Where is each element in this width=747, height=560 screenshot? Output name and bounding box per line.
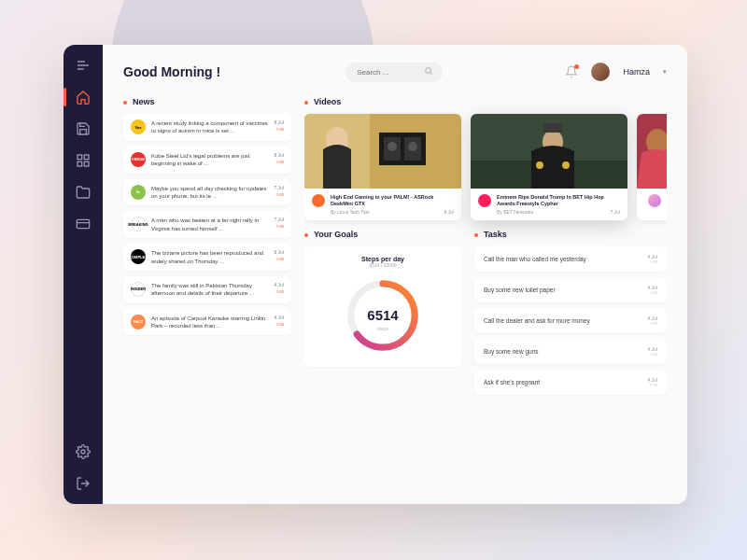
news-headline: The family was still in Pakistan Thursda…: [151, 282, 268, 298]
task-text: Ask if she's pregnant: [484, 379, 540, 385]
search-input[interactable]: [345, 62, 443, 82]
goals-title: Your Goals: [304, 230, 461, 239]
goal-ring: 6514 steps: [341, 273, 425, 357]
news-source-badge: BREAKING: [131, 217, 146, 231]
news-headline: A man who was beaten at a far-right rall…: [151, 217, 268, 232]
task-text: Call the man who called me yesterday: [484, 256, 586, 262]
video-title: Eminem Rips Donald Trump In BET Hip Hop …: [497, 194, 604, 207]
video-title: High End Gaming in your PALM! - ASRock D…: [331, 194, 438, 207]
svg-rect-18: [543, 123, 562, 133]
main-content: Good Morning ! Hamza ▾ News Vox A recent…: [103, 45, 687, 504]
news-source-badge: INSIDER: [131, 282, 146, 297]
news-item[interactable]: FACT An episode of Carpool Karaoke starr…: [123, 309, 291, 336]
video-author: By BET Networks: [497, 209, 604, 215]
goal-label: Steps per day: [314, 256, 452, 262]
grid-icon[interactable]: [76, 153, 91, 168]
task-date: 4 Jul9:30: [647, 315, 657, 326]
svg-point-6: [426, 68, 431, 74]
news-source-badge: VERGE: [131, 152, 146, 167]
task-list: Call the man who called me yesterday 4 J…: [474, 246, 667, 395]
save-icon[interactable]: [76, 121, 91, 136]
news-source-badge: Vox: [131, 119, 146, 134]
channel-avatar: [312, 194, 325, 207]
news-date: 7 Jul9:30: [274, 185, 284, 197]
chevron-down-icon[interactable]: ▾: [663, 68, 667, 76]
news-item[interactable]: COMPLEX The bizarre picture has been rep…: [123, 244, 291, 271]
svg-point-19: [536, 161, 543, 169]
news-source-badge: COMPLEX: [131, 249, 146, 264]
video-thumbnail: [471, 114, 627, 189]
videos-section: Videos High End Gaming in your PALM! - A…: [304, 97, 667, 220]
video-author: By Linus Tech Tips: [331, 209, 438, 215]
video-card[interactable]: High End Gaming in your PALM! - ASRock D…: [304, 114, 461, 220]
folder-icon[interactable]: [76, 185, 91, 200]
news-item[interactable]: lh Maybe you spend all day checking for …: [123, 179, 291, 206]
card-icon[interactable]: [76, 217, 91, 231]
task-item[interactable]: Buy some new toilet paper 4 Jul9:30: [474, 277, 667, 302]
news-headline: Maybe you spend all day checking for upd…: [151, 185, 268, 201]
settings-icon[interactable]: [76, 444, 91, 459]
task-item[interactable]: Ask if she's pregnant 4 Jul9:30: [474, 370, 667, 395]
task-text: Buy some new toilet paper: [484, 287, 556, 293]
user-name[interactable]: Hamza: [623, 67, 650, 77]
video-date: 8 Jul: [444, 209, 454, 215]
news-date: 6 Jul9:30: [274, 249, 284, 261]
channel-avatar: [478, 194, 491, 207]
sidebar: [63, 45, 103, 504]
task-date: 4 Jul9:30: [647, 346, 657, 357]
news-headline: The bizarre picture has been reproduced …: [151, 249, 268, 265]
task-text: Buy some new guns: [484, 348, 539, 355]
news-list: Vox A recent study linking a component o…: [123, 114, 291, 335]
task-date: 4 Jul9:30: [647, 254, 657, 264]
news-date: 8 Jul9:30: [274, 119, 284, 132]
news-date: 8 Jul9:30: [274, 152, 284, 164]
tasks-title: Tasks: [474, 230, 667, 239]
news-headline: A recent study linking a component of va…: [151, 119, 268, 135]
goal-value: 6514: [367, 307, 398, 323]
news-item[interactable]: Vox A recent study linking a component o…: [123, 114, 291, 141]
news-headline: Kobe Steel Ltd's legal problems are just…: [151, 152, 268, 168]
home-icon[interactable]: [76, 90, 91, 105]
right-column: Videos High End Gaming in your PALM! - A…: [304, 97, 667, 476]
video-thumbnail: [637, 114, 667, 189]
goals-section: Your Goals Steps per day 6514 / 10000: [304, 230, 461, 476]
videos-row: High End Gaming in your PALM! - ASRock D…: [304, 114, 667, 220]
news-date: 7 Jul9:30: [274, 217, 284, 229]
video-card[interactable]: Eminem Rips Donald Trump In BET Hip Hop …: [471, 114, 627, 220]
videos-title: Videos: [304, 97, 667, 106]
svg-rect-0: [78, 155, 82, 160]
user-avatar[interactable]: [591, 63, 610, 81]
svg-point-13: [388, 142, 397, 151]
goal-progress-text: 6514 / 10000: [314, 262, 452, 268]
video-date: 7 Jul: [610, 209, 620, 215]
logout-icon[interactable]: [76, 476, 91, 491]
news-source-badge: FACT: [131, 315, 146, 329]
task-item[interactable]: Buy some new guns 4 Jul9:30: [474, 339, 667, 364]
svg-rect-3: [84, 161, 89, 166]
news-item[interactable]: INSIDER The family was still in Pakistan…: [123, 276, 291, 303]
svg-point-14: [408, 142, 417, 151]
tasks-section: Tasks Call the man who called me yesterd…: [474, 230, 667, 476]
notifications-icon[interactable]: [565, 65, 578, 78]
news-date: 4 Jul9:30: [274, 282, 284, 294]
menu-icon[interactable]: [76, 58, 91, 73]
task-date: 4 Jul9:30: [647, 285, 657, 295]
greeting: Good Morning !: [123, 64, 220, 79]
news-column: News Vox A recent study linking a compon…: [123, 97, 291, 476]
news-source-badge: lh: [131, 185, 146, 200]
video-card[interactable]: [637, 114, 667, 220]
search-icon: [424, 66, 433, 76]
goal-unit: steps: [377, 326, 388, 331]
news-item[interactable]: BREAKING A man who was beaten at a far-r…: [123, 211, 291, 238]
svg-rect-4: [77, 219, 89, 228]
goal-card[interactable]: Steps per day 6514 / 10000 6514 steps: [304, 246, 461, 367]
video-thumbnail: [304, 114, 461, 189]
svg-point-20: [562, 161, 570, 169]
news-date: 4 Jul9:30: [274, 315, 284, 327]
topbar: Good Morning ! Hamza ▾: [123, 62, 667, 82]
channel-avatar: [648, 194, 661, 207]
news-item[interactable]: VERGE Kobe Steel Ltd's legal problems ar…: [123, 147, 291, 174]
task-item[interactable]: Call the dealer and ask for more money 4…: [474, 308, 667, 333]
task-item[interactable]: Call the man who called me yesterday 4 J…: [474, 246, 667, 272]
app-window: Good Morning ! Hamza ▾ News Vox A recent…: [63, 45, 687, 504]
